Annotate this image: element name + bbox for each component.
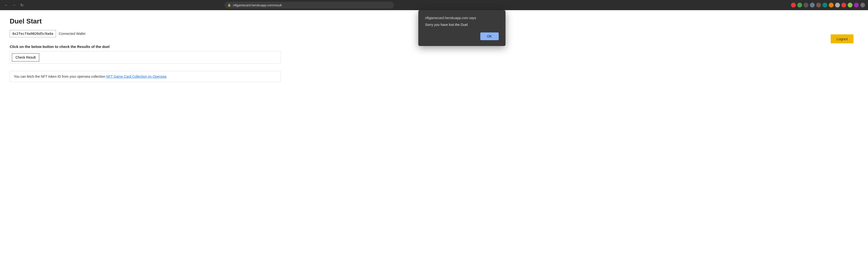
modal-overlay: nftgamecard.herokuapp.com says Sorry you… [0,0,868,260]
modal-message: Sorry you have lost the Duel [425,23,499,27]
modal-origin: nftgamecard.herokuapp.com says [425,16,499,20]
modal-dialog: nftgamecard.herokuapp.com says Sorry you… [418,10,505,46]
ok-button[interactable]: OK [480,32,499,40]
modal-actions: OK [425,32,499,40]
